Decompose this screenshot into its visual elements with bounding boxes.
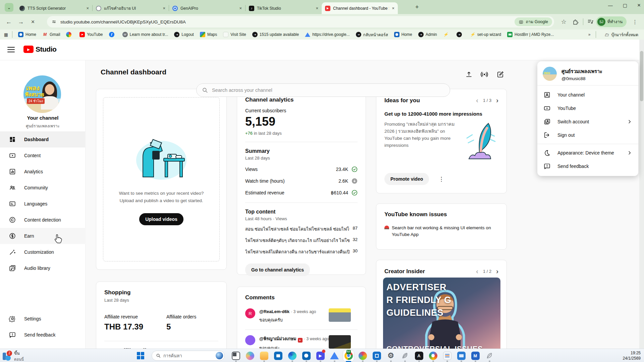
forward-button[interactable]: → xyxy=(15,18,27,25)
bookmark-item[interactable]: Logout xyxy=(172,32,196,37)
quill-app-icon[interactable] xyxy=(398,349,412,362)
snipping-tool-icon[interactable] xyxy=(370,349,384,362)
bookmark-item[interactable]: ⚡ xyxy=(441,32,453,37)
bookmark-item[interactable]: ⚡set-up wizard xyxy=(468,32,503,37)
google-lens-button[interactable]: ถาม Google xyxy=(515,17,552,26)
browser-app-icon[interactable] xyxy=(426,349,440,362)
taskbar-search-box[interactable]: การค้นหา xyxy=(152,351,225,361)
top-content-row[interactable]: ไฟโซล่าเซลล์ไม่ติดกลางคืน กลางวันชาร์จแต… xyxy=(245,248,358,255)
bookmark-item[interactable]: MGmail xyxy=(40,32,62,37)
back-button[interactable]: ← xyxy=(3,18,15,25)
m-app-icon[interactable]: M xyxy=(468,349,482,362)
comment-video-thumbnail[interactable] xyxy=(329,308,351,322)
extensions-puzzle-icon[interactable] xyxy=(572,18,579,25)
browser-tab[interactable]: GenAIPro × xyxy=(169,2,245,14)
sidebar-item-dashboard[interactable]: Dashboard xyxy=(0,131,86,147)
studio-logo[interactable]: ▶ Studio xyxy=(23,45,56,53)
sidebar-item-audio-library[interactable]: Audio library xyxy=(0,260,86,276)
menu-item-your-channel[interactable]: Your channel xyxy=(537,88,638,102)
new-tab-button[interactable]: + xyxy=(415,4,419,11)
taskbar-weather-widget[interactable]: 2 ขึ้น ตอนนี้ xyxy=(3,350,24,362)
edge-browser-icon[interactable] xyxy=(285,349,299,362)
ideas-kebab-icon[interactable]: ⋮ xyxy=(438,176,444,183)
sidebar-item-settings[interactable]: Settings xyxy=(0,311,86,327)
google-drive-icon[interactable] xyxy=(327,349,341,362)
start-button[interactable] xyxy=(137,352,145,359)
menu-item-sign-out[interactable]: Sign out xyxy=(537,128,638,142)
url-text[interactable]: studio.youtube.com/channel/UCvDBjKEpSXyU… xyxy=(60,19,515,24)
bookmark-item[interactable]: https://drive.google... xyxy=(303,32,352,37)
upload-video-icon[interactable] xyxy=(462,68,476,81)
bookmark-item[interactable]: Home xyxy=(392,32,415,37)
browser-tab[interactable]: แก้ไขคำอธิบาย UI × xyxy=(93,2,169,14)
taskbar-clock[interactable]: 19:25 24/1/2569 xyxy=(623,350,641,361)
sidebar-item-earn[interactable]: Earn xyxy=(0,228,86,244)
site-info-icon[interactable] xyxy=(51,19,57,25)
maximize-button[interactable]: ▢ xyxy=(623,3,627,8)
upload-videos-button[interactable]: Upload videos xyxy=(139,213,183,225)
page-scrollbar[interactable] xyxy=(639,40,644,349)
comment-video-thumbnail[interactable] xyxy=(329,335,351,349)
tab-close-icon[interactable]: × xyxy=(316,6,318,11)
stop-loading-button[interactable]: × xyxy=(27,18,39,25)
tab-close-icon[interactable]: × xyxy=(392,6,394,11)
top-content-row[interactable]: ไฟโซล่าเซลล์ติดๆดับๆ เกิดจากอะไร แก้ไขอย… xyxy=(245,237,358,244)
bookmark-item[interactable] xyxy=(454,32,466,37)
channel-avatar[interactable]: เพลง ฟังสบาย 24 ชั่วโมง xyxy=(23,75,61,113)
bookmark-item[interactable] xyxy=(64,32,76,37)
go-live-icon[interactable] xyxy=(478,68,491,81)
microsoft-store-icon[interactable] xyxy=(271,349,285,362)
bookmark-item[interactable]: YouTube xyxy=(77,32,105,37)
file-explorer-icon[interactable] xyxy=(257,349,271,362)
photoscape-icon[interactable] xyxy=(356,349,370,362)
browser-menu-kebab-icon[interactable]: ⋮ xyxy=(629,19,641,25)
bookmark-item[interactable]: Visit Site xyxy=(221,32,248,37)
a-app-icon[interactable]: A xyxy=(412,349,426,362)
chrome-browser-icon[interactable]: SJ xyxy=(341,349,356,362)
tab-close-icon[interactable]: × xyxy=(239,6,242,11)
outlook-icon[interactable] xyxy=(299,349,313,362)
sidebar-item-languages[interactable]: Languages xyxy=(0,196,86,212)
browser-tab-active[interactable]: ▶ Channel dashboard - YouTube S × xyxy=(322,2,398,14)
sidebar-item-content[interactable]: Content xyxy=(0,147,86,164)
insider-video-thumbnail[interactable]: ADVERTISER R FRIENDLY G GUIDELINES CONTR… xyxy=(383,278,500,349)
sidebar-item-customization[interactable]: Customization xyxy=(0,244,86,260)
computer-app-icon[interactable] xyxy=(454,349,468,362)
settings-gear-icon[interactable]: ⚙ xyxy=(384,349,398,362)
edit-icon[interactable] xyxy=(494,68,507,81)
menu-item-send-feedback[interactable]: Send feedback xyxy=(537,160,638,173)
tab-close-icon[interactable]: × xyxy=(86,6,89,11)
document-app-icon[interactable] xyxy=(440,349,454,362)
bookmark-item[interactable]: Maps xyxy=(198,32,219,37)
apps-grid-icon[interactable]: ▦ xyxy=(3,32,9,37)
bookmark-star-icon[interactable]: ☆ xyxy=(557,18,570,25)
browser-tab[interactable]: ♪ TikTok Studio × xyxy=(246,2,322,14)
menu-item-youtube[interactable]: YouTube xyxy=(537,102,638,115)
sidebar-item-content-detection[interactable]: Content detection xyxy=(0,212,86,228)
tab-close-icon[interactable]: × xyxy=(163,6,165,11)
comment-item[interactable]: R @ReaLem-d6k · 3 weeks ago ขอบคุณครับ xyxy=(245,308,358,323)
bookmarks-overflow-chevrons[interactable]: » xyxy=(588,32,591,37)
prev-page-icon[interactable]: ‹ xyxy=(476,267,478,275)
reading-list-icon[interactable] xyxy=(587,18,594,25)
tab-search-chevron-icon[interactable]: ⌄ xyxy=(5,3,13,12)
top-content-row[interactable]: สอน ซ่อมไฟโซล่าเซลล์ ซ่อมโคมไฟโซล่าเซลล์… xyxy=(245,226,358,233)
sidebar-item-community[interactable]: Community xyxy=(0,180,86,196)
scrollbar-thumb[interactable] xyxy=(640,51,643,101)
promote-video-button[interactable]: Promote video xyxy=(384,173,429,185)
quill-app-icon-2[interactable] xyxy=(482,349,496,362)
all-bookmarks-button[interactable]: 🗀บุ๊กมาร์กทั้งหมด xyxy=(601,32,641,38)
minimize-button[interactable]: — xyxy=(608,3,613,8)
go-to-analytics-button[interactable]: Go to channel analytics xyxy=(245,263,310,276)
comment-item[interactable]: @พิรญาณ์ม่วงเกษม ▸ · 3 weeks ago ขอบคุณค… xyxy=(245,335,358,349)
next-page-icon[interactable]: › xyxy=(496,267,498,275)
bookmark-item[interactable]: Home xyxy=(16,32,39,37)
bookmark-item[interactable]: HostBrr | AMD Ryze... xyxy=(505,32,556,37)
browser-tab[interactable]: TTS Script Generator × xyxy=(16,2,92,14)
copilot-app-icon[interactable] xyxy=(243,349,257,362)
studio-search-bar[interactable]: Search across your channel xyxy=(196,83,450,97)
address-bar[interactable]: studio.youtube.com/channel/UCvDBjKEpSXyU… xyxy=(47,16,554,27)
menu-item-appearance[interactable]: Appearance: Device theme xyxy=(537,146,638,160)
sidebar-item-send-feedback[interactable]: Send feedback xyxy=(0,327,86,343)
sidebar-item-analytics[interactable]: Analytics xyxy=(0,164,86,180)
